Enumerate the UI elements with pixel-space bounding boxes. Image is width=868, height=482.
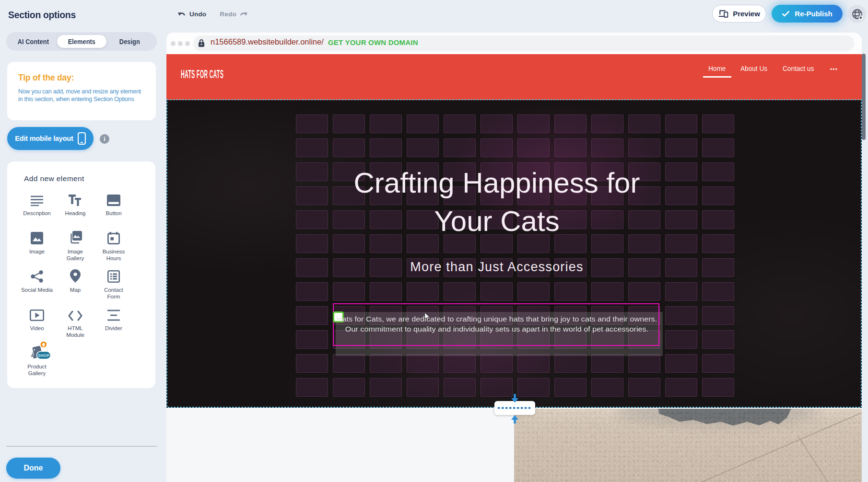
svg-text:SHOP: SHOP [37, 354, 49, 358]
